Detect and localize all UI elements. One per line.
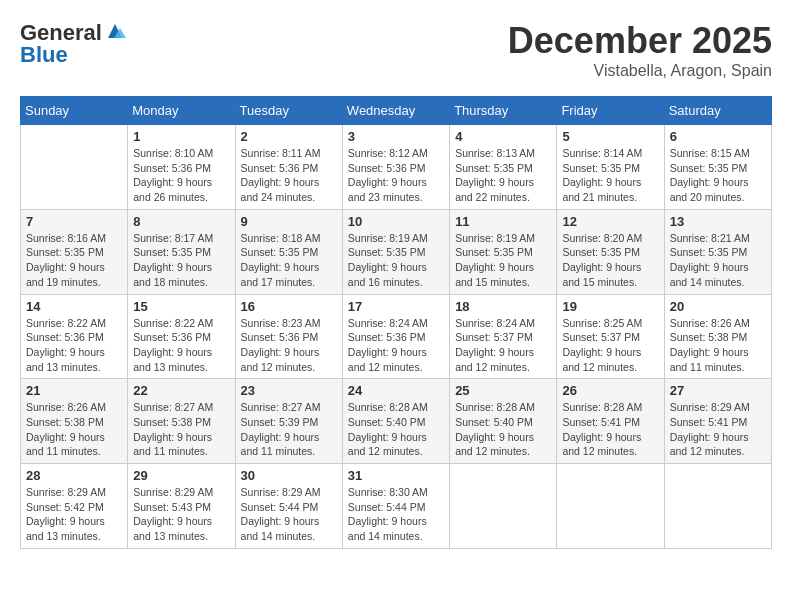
day-number: 10	[348, 214, 444, 229]
calendar-cell: 18Sunrise: 8:24 AM Sunset: 5:37 PM Dayli…	[450, 294, 557, 379]
day-number: 2	[241, 129, 337, 144]
calendar-cell: 31Sunrise: 8:30 AM Sunset: 5:44 PM Dayli…	[342, 464, 449, 549]
calendar-cell: 22Sunrise: 8:27 AM Sunset: 5:38 PM Dayli…	[128, 379, 235, 464]
day-info: Sunrise: 8:30 AM Sunset: 5:44 PM Dayligh…	[348, 485, 444, 544]
day-number: 22	[133, 383, 229, 398]
calendar-cell: 14Sunrise: 8:22 AM Sunset: 5:36 PM Dayli…	[21, 294, 128, 379]
calendar-table: SundayMondayTuesdayWednesdayThursdayFrid…	[20, 96, 772, 549]
calendar-week-row: 1Sunrise: 8:10 AM Sunset: 5:36 PM Daylig…	[21, 125, 772, 210]
calendar-cell: 26Sunrise: 8:28 AM Sunset: 5:41 PM Dayli…	[557, 379, 664, 464]
calendar-cell: 21Sunrise: 8:26 AM Sunset: 5:38 PM Dayli…	[21, 379, 128, 464]
day-number: 30	[241, 468, 337, 483]
calendar-cell: 27Sunrise: 8:29 AM Sunset: 5:41 PM Dayli…	[664, 379, 771, 464]
day-info: Sunrise: 8:19 AM Sunset: 5:35 PM Dayligh…	[348, 231, 444, 290]
day-number: 20	[670, 299, 766, 314]
calendar-cell: 9Sunrise: 8:18 AM Sunset: 5:35 PM Daylig…	[235, 209, 342, 294]
calendar-cell	[450, 464, 557, 549]
day-info: Sunrise: 8:29 AM Sunset: 5:42 PM Dayligh…	[26, 485, 122, 544]
calendar-cell: 28Sunrise: 8:29 AM Sunset: 5:42 PM Dayli…	[21, 464, 128, 549]
day-number: 25	[455, 383, 551, 398]
logo-icon	[104, 20, 126, 42]
day-number: 9	[241, 214, 337, 229]
calendar-cell: 16Sunrise: 8:23 AM Sunset: 5:36 PM Dayli…	[235, 294, 342, 379]
day-number: 7	[26, 214, 122, 229]
calendar-week-row: 21Sunrise: 8:26 AM Sunset: 5:38 PM Dayli…	[21, 379, 772, 464]
day-info: Sunrise: 8:22 AM Sunset: 5:36 PM Dayligh…	[133, 316, 229, 375]
calendar-cell: 1Sunrise: 8:10 AM Sunset: 5:36 PM Daylig…	[128, 125, 235, 210]
day-number: 6	[670, 129, 766, 144]
day-info: Sunrise: 8:16 AM Sunset: 5:35 PM Dayligh…	[26, 231, 122, 290]
day-info: Sunrise: 8:19 AM Sunset: 5:35 PM Dayligh…	[455, 231, 551, 290]
day-number: 1	[133, 129, 229, 144]
calendar-cell: 3Sunrise: 8:12 AM Sunset: 5:36 PM Daylig…	[342, 125, 449, 210]
calendar-cell: 11Sunrise: 8:19 AM Sunset: 5:35 PM Dayli…	[450, 209, 557, 294]
day-number: 15	[133, 299, 229, 314]
calendar-cell: 25Sunrise: 8:28 AM Sunset: 5:40 PM Dayli…	[450, 379, 557, 464]
day-number: 8	[133, 214, 229, 229]
day-number: 26	[562, 383, 658, 398]
day-info: Sunrise: 8:12 AM Sunset: 5:36 PM Dayligh…	[348, 146, 444, 205]
day-info: Sunrise: 8:25 AM Sunset: 5:37 PM Dayligh…	[562, 316, 658, 375]
calendar-cell: 19Sunrise: 8:25 AM Sunset: 5:37 PM Dayli…	[557, 294, 664, 379]
calendar-cell: 10Sunrise: 8:19 AM Sunset: 5:35 PM Dayli…	[342, 209, 449, 294]
day-info: Sunrise: 8:27 AM Sunset: 5:39 PM Dayligh…	[241, 400, 337, 459]
day-info: Sunrise: 8:23 AM Sunset: 5:36 PM Dayligh…	[241, 316, 337, 375]
day-info: Sunrise: 8:14 AM Sunset: 5:35 PM Dayligh…	[562, 146, 658, 205]
weekday-header: Saturday	[664, 97, 771, 125]
day-info: Sunrise: 8:24 AM Sunset: 5:37 PM Dayligh…	[455, 316, 551, 375]
weekday-header: Wednesday	[342, 97, 449, 125]
day-info: Sunrise: 8:17 AM Sunset: 5:35 PM Dayligh…	[133, 231, 229, 290]
calendar-cell: 29Sunrise: 8:29 AM Sunset: 5:43 PM Dayli…	[128, 464, 235, 549]
day-number: 29	[133, 468, 229, 483]
day-number: 4	[455, 129, 551, 144]
calendar-week-row: 14Sunrise: 8:22 AM Sunset: 5:36 PM Dayli…	[21, 294, 772, 379]
calendar-cell: 2Sunrise: 8:11 AM Sunset: 5:36 PM Daylig…	[235, 125, 342, 210]
calendar-cell: 13Sunrise: 8:21 AM Sunset: 5:35 PM Dayli…	[664, 209, 771, 294]
weekday-header: Thursday	[450, 97, 557, 125]
day-number: 14	[26, 299, 122, 314]
calendar-cell: 20Sunrise: 8:26 AM Sunset: 5:38 PM Dayli…	[664, 294, 771, 379]
calendar-header-row: SundayMondayTuesdayWednesdayThursdayFrid…	[21, 97, 772, 125]
day-info: Sunrise: 8:29 AM Sunset: 5:43 PM Dayligh…	[133, 485, 229, 544]
day-info: Sunrise: 8:27 AM Sunset: 5:38 PM Dayligh…	[133, 400, 229, 459]
day-info: Sunrise: 8:26 AM Sunset: 5:38 PM Dayligh…	[670, 316, 766, 375]
page-header: General Blue December 2025 Vistabella, A…	[20, 20, 772, 80]
calendar-week-row: 28Sunrise: 8:29 AM Sunset: 5:42 PM Dayli…	[21, 464, 772, 549]
day-info: Sunrise: 8:13 AM Sunset: 5:35 PM Dayligh…	[455, 146, 551, 205]
calendar-cell: 30Sunrise: 8:29 AM Sunset: 5:44 PM Dayli…	[235, 464, 342, 549]
calendar-cell: 6Sunrise: 8:15 AM Sunset: 5:35 PM Daylig…	[664, 125, 771, 210]
day-number: 11	[455, 214, 551, 229]
day-info: Sunrise: 8:26 AM Sunset: 5:38 PM Dayligh…	[26, 400, 122, 459]
day-info: Sunrise: 8:18 AM Sunset: 5:35 PM Dayligh…	[241, 231, 337, 290]
location: Vistabella, Aragon, Spain	[508, 62, 772, 80]
day-number: 18	[455, 299, 551, 314]
calendar-week-row: 7Sunrise: 8:16 AM Sunset: 5:35 PM Daylig…	[21, 209, 772, 294]
day-number: 3	[348, 129, 444, 144]
day-number: 21	[26, 383, 122, 398]
day-number: 16	[241, 299, 337, 314]
day-number: 13	[670, 214, 766, 229]
calendar-cell: 23Sunrise: 8:27 AM Sunset: 5:39 PM Dayli…	[235, 379, 342, 464]
day-number: 24	[348, 383, 444, 398]
day-info: Sunrise: 8:11 AM Sunset: 5:36 PM Dayligh…	[241, 146, 337, 205]
weekday-header: Monday	[128, 97, 235, 125]
day-info: Sunrise: 8:28 AM Sunset: 5:41 PM Dayligh…	[562, 400, 658, 459]
logo: General Blue	[20, 20, 126, 68]
day-info: Sunrise: 8:29 AM Sunset: 5:41 PM Dayligh…	[670, 400, 766, 459]
day-number: 28	[26, 468, 122, 483]
day-info: Sunrise: 8:28 AM Sunset: 5:40 PM Dayligh…	[348, 400, 444, 459]
calendar-cell: 7Sunrise: 8:16 AM Sunset: 5:35 PM Daylig…	[21, 209, 128, 294]
calendar-cell: 17Sunrise: 8:24 AM Sunset: 5:36 PM Dayli…	[342, 294, 449, 379]
day-number: 31	[348, 468, 444, 483]
day-number: 12	[562, 214, 658, 229]
calendar-cell	[21, 125, 128, 210]
calendar-cell	[557, 464, 664, 549]
day-number: 5	[562, 129, 658, 144]
calendar-cell: 8Sunrise: 8:17 AM Sunset: 5:35 PM Daylig…	[128, 209, 235, 294]
day-info: Sunrise: 8:22 AM Sunset: 5:36 PM Dayligh…	[26, 316, 122, 375]
month-title: December 2025	[508, 20, 772, 62]
calendar-cell: 12Sunrise: 8:20 AM Sunset: 5:35 PM Dayli…	[557, 209, 664, 294]
weekday-header: Friday	[557, 97, 664, 125]
calendar-cell: 4Sunrise: 8:13 AM Sunset: 5:35 PM Daylig…	[450, 125, 557, 210]
calendar-cell: 24Sunrise: 8:28 AM Sunset: 5:40 PM Dayli…	[342, 379, 449, 464]
